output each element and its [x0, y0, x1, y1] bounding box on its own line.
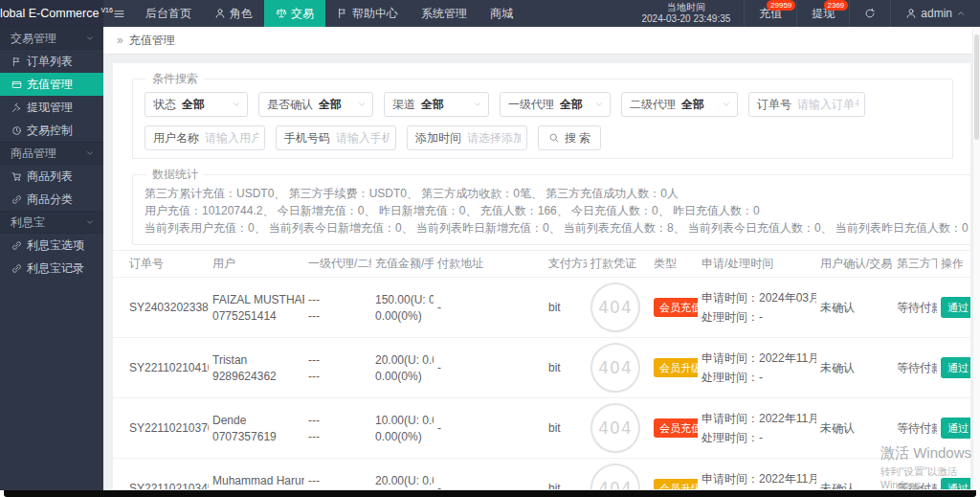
sidebar-item[interactable]: 充值管理 — [0, 73, 103, 96]
order-no: SY2211021034528116 — [129, 482, 209, 489]
process-time: 处理时间：- — [702, 430, 813, 446]
filter-select[interactable]: 二级代理 全部 — [621, 92, 738, 117]
sidebar-item[interactable]: 商品分类 — [0, 188, 103, 211]
filter-select-label: 状态 — [145, 97, 182, 113]
admin-label: admin — [921, 7, 952, 20]
scale-icon — [276, 8, 287, 19]
sidebar-item[interactable]: 交易控制 — [0, 119, 103, 142]
withdraw-badge: 2369 — [824, 0, 849, 11]
add-time-input[interactable] — [467, 131, 526, 145]
column-header: 充值金额/手续费 — [371, 251, 434, 278]
payment-proof-404-image[interactable]: 404 — [590, 403, 640, 453]
filter-select[interactable]: 状态 全部 — [145, 92, 248, 117]
user-confirm-status: 未确认 — [820, 301, 855, 314]
chevron-down-icon — [85, 148, 95, 158]
user-confirm-status: 未确认 — [820, 361, 855, 374]
column-header: 打款凭证 — [587, 251, 650, 278]
filter-select-value: 全部 — [182, 97, 228, 113]
stats-line-2: 用户充值：10120744.2、 今日新增充值：0、 昨日新增充值：0、 充值人… — [145, 202, 969, 219]
column-header: 用户 — [209, 251, 304, 278]
header-nav-item[interactable]: 系统管理 — [410, 0, 479, 27]
scrollbar-thumb[interactable] — [974, 34, 979, 140]
hamburger-icon — [113, 8, 125, 20]
username-field[interactable]: 用户名称 — [145, 125, 265, 150]
filter-select[interactable]: 渠道 全部 — [384, 92, 489, 117]
approve-button[interactable]: 通过 — [941, 478, 970, 489]
table-header-row: 订单号用户一级代理/二级代理充值金额/手续费付款地址支付方式打款凭证类型申请/处… — [113, 251, 970, 278]
app-screen: Global E-CommerceV16 后台首页 角色 交易 帮助中心 系统管… — [0, 0, 980, 497]
breadcrumb: » 充值管理 — [103, 27, 980, 55]
user-confirm-status: 未确认 — [820, 421, 855, 435]
type-badge: 会员充值 — [654, 298, 698, 317]
nav-item-label: 帮助中心 — [352, 6, 398, 22]
sidebar: 交易管理 订单列表 充值管理 提现管理 交易控制 商品管理 商品列表 商品分类 … — [0, 27, 103, 490]
phone-field[interactable]: 手机号码 — [276, 125, 396, 150]
sidebar-group-header[interactable]: 交易管理 — [0, 27, 103, 50]
filter-select[interactable]: 是否确认 全部 — [258, 92, 373, 117]
filter-select-label: 一级代理 — [501, 97, 560, 113]
column-header: 申请/处理时间 — [698, 251, 816, 278]
payment-proof-404-image[interactable]: 404 — [590, 343, 640, 393]
header-right: 当地时间 2024-03-20 23:49:35 充值 29959 提现 236… — [628, 0, 980, 27]
third-party-status: 等待付款 — [897, 482, 937, 490]
orders-table: 订单号用户一级代理/二级代理充值金额/手续费付款地址支付方式打款凭证类型申请/处… — [113, 250, 970, 489]
filter-select-label: 渠道 — [385, 97, 421, 113]
sidebar-group-header[interactable]: 商品管理 — [0, 142, 103, 165]
recharge-amount: 10.00(U: 0.00) — [375, 414, 430, 427]
header-nav-item[interactable]: 帮助中心 — [325, 0, 410, 27]
column-header: 类型 — [650, 251, 698, 278]
add-time-label: 添加时间 — [408, 130, 467, 147]
payment-proof-404-image[interactable]: 404 — [590, 463, 640, 489]
header-nav-item[interactable]: 后台首页 — [134, 0, 203, 27]
recharge-amount: 20.00(U: 0.00) — [375, 474, 430, 487]
approve-button[interactable]: 通过 — [941, 297, 970, 318]
search-icon — [548, 132, 560, 144]
header-nav-item[interactable]: 角色 — [203, 0, 264, 27]
sidebar-item[interactable]: 提现管理 — [0, 96, 103, 119]
search-button[interactable]: 搜 索 — [538, 125, 601, 150]
recharge-notify[interactable]: 充值 29959 — [744, 0, 796, 27]
sidebar-item[interactable]: 利息宝记录 — [0, 257, 103, 280]
scrollbar[interactable] — [972, 27, 980, 490]
search-panel-legend: 条件搜索 — [146, 71, 204, 87]
sidebar-group-header[interactable]: 利息宝 — [0, 211, 103, 234]
refresh-button[interactable] — [849, 0, 890, 27]
approve-button[interactable]: 通过 — [941, 357, 970, 378]
collapse-sidebar-button[interactable] — [103, 0, 134, 27]
local-time: 当地时间 2024-03-20 23:49:35 — [628, 0, 744, 27]
user-icon — [905, 8, 917, 19]
filter-row-2: 用户名称 手机号码 添加时间 搜 索 — [145, 125, 941, 150]
column-header: 支付方式 — [545, 251, 587, 278]
payment-address: - — [437, 421, 441, 435]
header-nav-item[interactable]: 交易 — [264, 0, 325, 27]
order-no: SY2211021041059426 — [129, 361, 209, 374]
add-time-field[interactable]: 添加时间 — [407, 125, 527, 150]
order-no-input[interactable] — [797, 98, 864, 111]
chevron-down-icon — [722, 100, 731, 109]
sidebar-item[interactable]: 订单列表 — [0, 50, 103, 73]
gavel-icon — [11, 102, 22, 113]
search-button-label: 搜 索 — [565, 130, 590, 147]
chevron-down-icon — [357, 100, 367, 109]
sidebar-item[interactable]: 商品列表 — [0, 165, 103, 188]
approve-button[interactable]: 通过 — [941, 418, 970, 439]
header-nav-item[interactable]: 商城 — [479, 0, 524, 27]
withdraw-notify[interactable]: 提现 2369 — [796, 0, 849, 27]
filter-select[interactable]: 一级代理 全部 — [500, 92, 611, 117]
username-input[interactable] — [205, 131, 264, 145]
pay-method: bit — [548, 301, 561, 314]
sidebar-item[interactable]: 利息宝选项 — [0, 234, 103, 257]
order-no-field[interactable]: 订单号 — [748, 92, 865, 117]
sidebar-item-label: 提现管理 — [27, 100, 73, 116]
phone-input[interactable] — [336, 131, 395, 145]
payment-proof-404-image[interactable]: 404 — [590, 282, 640, 332]
apply-time: 申请时间：2022年11月02日 10:41:05 — [702, 350, 813, 367]
nav-item-label: 后台首页 — [145, 6, 191, 22]
column-header: 第三方下发 — [893, 251, 937, 278]
stats-line-3: 当前列表用户充值：0、 当前列表今日新增充值：0、 当前列表昨日新增充值：0、 … — [145, 219, 969, 237]
top-nav: 后台首页 角色 交易 帮助中心 系统管理 商城 — [134, 0, 524, 27]
admin-menu[interactable]: admin — [890, 0, 980, 27]
pay-method: bit — [548, 482, 561, 489]
user-icon — [214, 8, 226, 19]
logo-text: Global E-Commerce — [0, 7, 99, 20]
